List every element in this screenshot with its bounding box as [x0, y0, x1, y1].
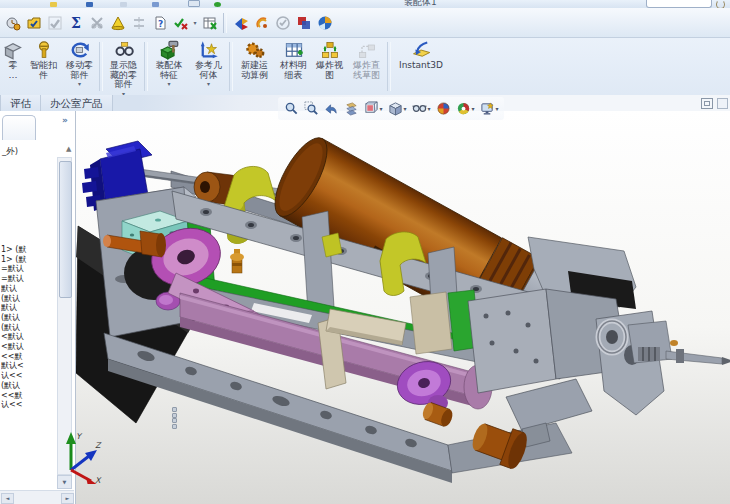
- tools-toolbar: Σ?▾: [0, 8, 730, 38]
- bill-of-materials-icon: [284, 40, 304, 60]
- ribbon-button-insert-component-partial[interactable]: 零…: [0, 38, 26, 95]
- ribbon-group-separator: [387, 42, 391, 91]
- axis-x-label: X: [95, 476, 102, 484]
- document-close-icon[interactable]: [717, 98, 728, 109]
- tree-item[interactable]: 认<<: [1, 400, 57, 410]
- dropdown-caret-icon: ▾: [496, 105, 499, 112]
- photoview-icon[interactable]: [251, 12, 272, 34]
- tree-item[interactable]: <<默: [1, 352, 57, 362]
- tree-item[interactable]: <默认: [1, 342, 57, 352]
- symmetry-inactive-icon[interactable]: [128, 12, 149, 34]
- rebuild-icon[interactable]: [214, 2, 221, 7]
- assembly-features-icon: [159, 40, 179, 60]
- dropdown-caret-icon[interactable]: ▾: [167, 80, 170, 87]
- scroll-left-button[interactable]: ◄: [1, 493, 14, 504]
- dropdown-caret-icon[interactable]: ▾: [78, 80, 81, 87]
- measure-inactive-icon[interactable]: [86, 12, 107, 34]
- hide-show-items-icon[interactable]: ▾: [409, 99, 433, 118]
- tree-item[interactable]: 1> (默: [1, 245, 57, 255]
- presentation-icon[interactable]: [230, 12, 251, 34]
- tree-horizontal-scrollbar[interactable]: ◄ ►: [0, 490, 74, 504]
- ribbon-button-explode-line-sketch[interactable]: 爆炸直线草图: [347, 38, 386, 95]
- select-tool-pressed[interactable]: [188, 0, 200, 7]
- tree-item[interactable]: 1> (默: [1, 255, 57, 265]
- ribbon-button-smart-fasteners[interactable]: 智能扣件: [26, 38, 61, 95]
- ribbon-button-move-component[interactable]: 移动零部件▾: [61, 38, 98, 95]
- tree-item[interactable]: <<默: [1, 391, 57, 401]
- previous-view-icon[interactable]: [321, 99, 341, 118]
- collapse-arrow-icon[interactable]: ▲: [66, 145, 71, 153]
- check-document-icon[interactable]: ?: [149, 12, 170, 34]
- new-motion-study-icon: [245, 40, 265, 60]
- tree-item[interactable]: =默认: [1, 264, 57, 274]
- svg-text:?: ?: [158, 19, 163, 29]
- design-table-icon[interactable]: [199, 12, 220, 34]
- print-icon[interactable]: [120, 2, 127, 7]
- section-view-icon[interactable]: [341, 99, 361, 118]
- equations-icon[interactable]: Σ: [65, 12, 86, 34]
- move-component-icon: [70, 40, 90, 60]
- instant3d-icon: [411, 40, 431, 60]
- dropdown-caret-icon[interactable]: ▾: [207, 80, 210, 87]
- view-settings-icon[interactable]: ▾: [477, 99, 501, 118]
- edrawings-icon[interactable]: [314, 12, 335, 34]
- orientation-triad: Y Z X: [56, 428, 104, 484]
- tree-item[interactable]: 默认: [1, 303, 57, 313]
- document-restore-icon[interactable]: [701, 98, 713, 109]
- check-inactive-icon[interactable]: [44, 12, 65, 34]
- schedule-check-icon[interactable]: [2, 12, 23, 34]
- tree-item[interactable]: <默认: [1, 332, 57, 342]
- tree-item[interactable]: (默认: [1, 313, 57, 323]
- tree-item[interactable]: 默认: [1, 284, 57, 294]
- draft-analysis-icon[interactable]: [107, 12, 128, 34]
- zoom-fit-icon[interactable]: [281, 99, 301, 118]
- tree-item[interactable]: 认<<: [1, 371, 57, 381]
- edit-appearance-icon[interactable]: [433, 99, 453, 118]
- axis-z-label: Z: [95, 441, 102, 450]
- ribbon-button-bill-of-materials[interactable]: 材料明细表: [275, 38, 312, 95]
- dropdown-caret-icon[interactable]: ▾: [191, 19, 199, 26]
- tree-item[interactable]: (默认: [1, 323, 57, 333]
- reference-geometry-icon: [199, 40, 219, 60]
- tab-evaluate[interactable]: 评估: [0, 95, 41, 111]
- tree-item[interactable]: (默认: [1, 294, 57, 304]
- headsup-view-toolbar: ▾▾▾▾▾: [278, 97, 504, 120]
- scrollbar-thumb[interactable]: [59, 161, 72, 298]
- graphics-area[interactable]: [76, 111, 730, 504]
- undo-icon[interactable]: [152, 2, 159, 7]
- save-icon[interactable]: [86, 2, 93, 7]
- exploded-view-icon: [320, 40, 340, 60]
- tab-office-products[interactable]: 办公室产品: [41, 95, 113, 111]
- tree-item[interactable]: (默认: [1, 381, 57, 391]
- assembly-3d-model: [76, 111, 730, 504]
- feature-manager-tab[interactable]: [2, 115, 36, 140]
- tree-item[interactable]: =默认: [1, 274, 57, 284]
- zoom-area-icon[interactable]: [301, 99, 321, 118]
- command-manager-ribbon: 零…智能扣件移动零部件▾显示隐藏的零部件▾装配体特征▾参考几何体▾新建运动算例材…: [0, 38, 730, 95]
- tree-item[interactable]: 默认<: [1, 361, 57, 371]
- scroll-right-button[interactable]: ►: [61, 493, 74, 504]
- verification-icon[interactable]: [170, 12, 191, 34]
- ribbon-button-new-motion-study[interactable]: 新建运动算例: [234, 38, 275, 95]
- assembly-root-node[interactable]: _外): [2, 146, 18, 158]
- open-icon[interactable]: [50, 2, 57, 7]
- design-checker-icon[interactable]: [23, 12, 44, 34]
- apply-scene-icon[interactable]: ▾: [453, 99, 477, 118]
- brass-fitting-part: [230, 249, 244, 273]
- ribbon-button-instant3d[interactable]: Instant3D: [392, 38, 450, 95]
- viewport-splitter-handle[interactable]: [172, 407, 177, 429]
- view-orientation-icon[interactable]: ▾: [361, 99, 385, 118]
- ribbon-button-reference-geometry[interactable]: 参考几何体▾: [189, 38, 228, 95]
- ribbon-button-assembly-features[interactable]: 装配体特征▾: [149, 38, 189, 95]
- ribbon-group-separator: [99, 42, 103, 91]
- display-style-icon[interactable]: ▾: [385, 99, 409, 118]
- dropdown-caret-icon: ▾: [428, 105, 431, 112]
- ribbon-button-exploded-view[interactable]: 爆炸视图: [312, 38, 347, 95]
- ribbon-group-separator: [144, 42, 148, 91]
- ribbon-button-show-hidden-components[interactable]: 显示隐藏的零部件▾: [104, 38, 143, 95]
- search-input[interactable]: [646, 0, 712, 8]
- circle-check-inactive-icon[interactable]: [272, 12, 293, 34]
- explode-line-sketch-icon: [357, 40, 377, 60]
- expand-panel-chevron[interactable]: »: [62, 115, 68, 125]
- compare-icon[interactable]: [293, 12, 314, 34]
